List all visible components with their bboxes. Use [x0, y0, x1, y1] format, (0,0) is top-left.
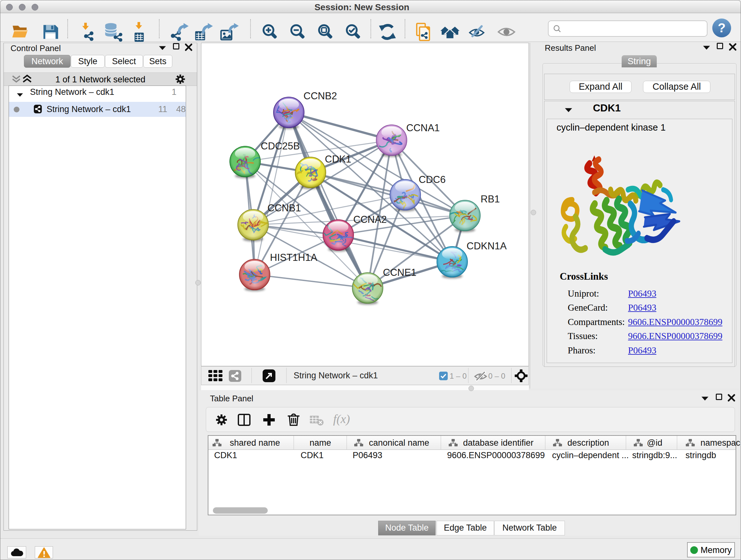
svg-text:CCNE1: CCNE1	[383, 267, 416, 278]
svg-text:CDKN1A: CDKN1A	[467, 240, 507, 252]
svg-text:CCNB2: CCNB2	[304, 90, 337, 102]
svg-text:CDK1: CDK1	[325, 153, 351, 165]
svg-text:CDC6: CDC6	[419, 174, 446, 185]
svg-text:RB1: RB1	[481, 193, 500, 205]
svg-text:CCNA2: CCNA2	[353, 214, 387, 225]
svg-text:HIST1H1A: HIST1H1A	[270, 252, 317, 263]
svg-text:CDC25B: CDC25B	[261, 140, 300, 152]
svg-text:CCNA1: CCNA1	[406, 122, 440, 133]
svg-text:CCNB1: CCNB1	[267, 202, 301, 213]
